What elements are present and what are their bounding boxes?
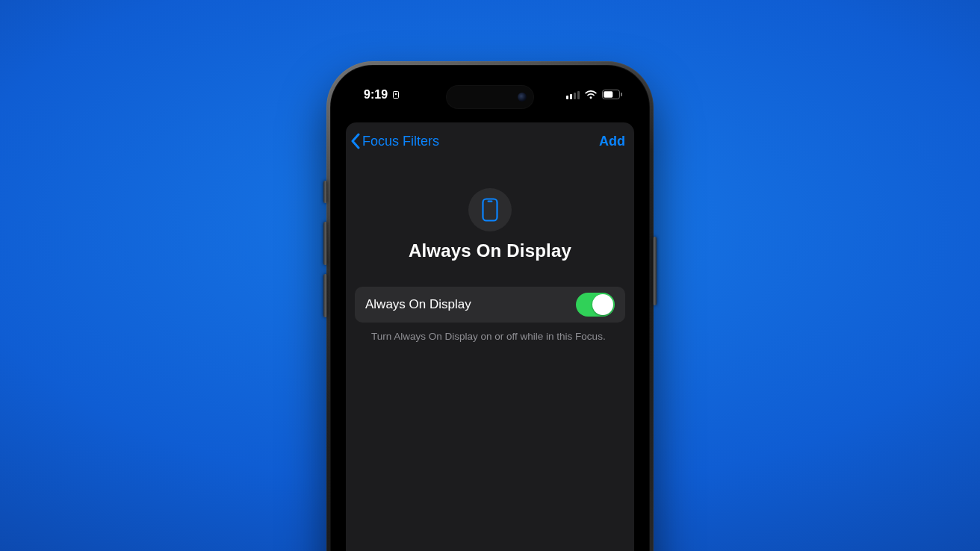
toggle-knob xyxy=(592,294,613,315)
settings-panel: Focus Filters Add Always On Display xyxy=(346,122,634,551)
chevron-left-icon xyxy=(350,133,361,149)
volume-down-button xyxy=(323,274,327,317)
hero-icon-wrap xyxy=(468,188,512,231)
always-on-display-row[interactable]: Always On Display xyxy=(355,287,625,323)
cellular-signal-icon xyxy=(566,90,580,99)
phone-bezel: 9:19 xyxy=(330,65,650,551)
back-label: Focus Filters xyxy=(362,134,439,149)
nav-bar: Focus Filters Add xyxy=(346,122,634,160)
back-button[interactable]: Focus Filters xyxy=(350,133,439,149)
hero: Always On Display xyxy=(346,188,634,261)
svg-rect-4 xyxy=(488,201,493,202)
dual-sim-icon xyxy=(393,91,399,99)
settings-group: Always On Display Turn Always On Display… xyxy=(355,287,625,343)
svg-rect-2 xyxy=(621,93,622,96)
battery-icon xyxy=(602,90,622,99)
always-on-display-label: Always On Display xyxy=(365,297,471,312)
phone-screen: 9:19 xyxy=(341,76,639,551)
svg-rect-1 xyxy=(604,91,612,97)
phone-frame: 9:19 xyxy=(326,61,654,551)
status-time: 9:19 xyxy=(364,88,388,102)
always-on-display-toggle[interactable] xyxy=(576,293,615,317)
wifi-icon xyxy=(584,90,598,99)
volume-up-button xyxy=(323,222,327,265)
power-button xyxy=(653,237,657,305)
iphone-icon xyxy=(482,198,498,222)
add-button[interactable]: Add xyxy=(599,134,625,149)
front-camera-icon xyxy=(518,93,527,102)
page-title: Always On Display xyxy=(409,240,571,261)
dynamic-island xyxy=(446,85,534,109)
setting-description: Turn Always On Display on or off while i… xyxy=(371,330,609,343)
svg-rect-3 xyxy=(483,199,497,221)
stage: 9:19 xyxy=(0,0,980,551)
silence-switch xyxy=(323,181,327,203)
